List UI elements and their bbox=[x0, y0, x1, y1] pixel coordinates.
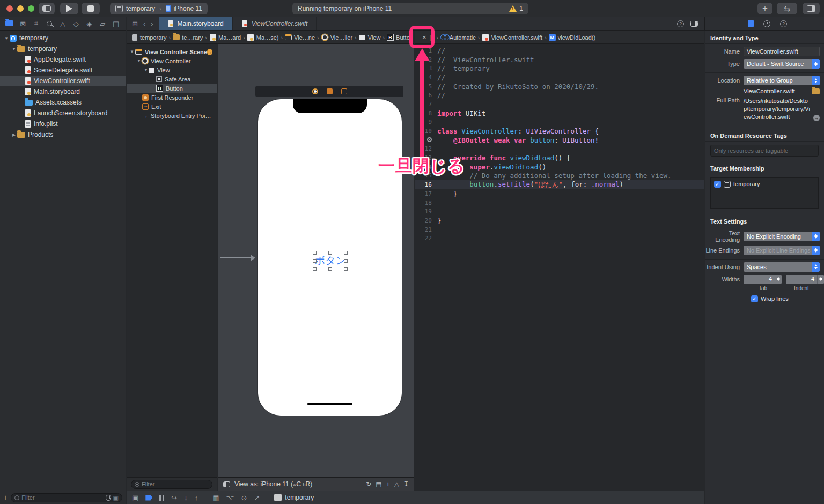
navigator-filter-field[interactable]: ▣ bbox=[11, 493, 122, 502]
storyboard-entry-point-arrow[interactable] bbox=[220, 257, 254, 258]
first-responder-icon[interactable] bbox=[327, 88, 333, 94]
code-line-21[interactable]: 21 bbox=[415, 225, 704, 234]
scheme-selector[interactable]: temporary › iPhone 11 bbox=[110, 3, 208, 14]
selection-handle[interactable] bbox=[313, 251, 317, 255]
location-dropdown[interactable]: Relative to Group bbox=[744, 76, 820, 85]
source-control-icon[interactable]: ⊠ bbox=[19, 20, 27, 28]
outline-item-storyboard-entry-poi-[interactable]: →Storyboard Entry Poi… bbox=[127, 111, 217, 120]
breadcrumb-viewdidload()[interactable]: MviewDidLoad() bbox=[549, 34, 595, 41]
code-line-11[interactable]: @IBOutlet weak var button: UIButton! bbox=[415, 136, 704, 145]
view-as-label[interactable]: View as: iPhone 11 ( bbox=[234, 480, 293, 488]
update-frames-icon[interactable]: ↻ bbox=[366, 480, 371, 488]
code-review-icon[interactable]: ? bbox=[677, 20, 684, 27]
help-inspector-icon[interactable]: ? bbox=[780, 20, 787, 27]
back-button[interactable]: ‹ bbox=[143, 20, 145, 28]
toggle-debug-area-icon[interactable]: ▣ bbox=[132, 494, 138, 502]
project-navigator-icon[interactable] bbox=[5, 20, 14, 28]
code-line-18[interactable]: 18 bbox=[415, 198, 704, 207]
outline-item-safe-area[interactable]: Safe Area bbox=[127, 75, 217, 84]
target-membership-row[interactable]: ✓ temporary bbox=[714, 181, 815, 188]
editor-options-icon[interactable] bbox=[690, 21, 698, 27]
exit-icon[interactable] bbox=[341, 88, 347, 94]
tab-main-storyboard[interactable]: Main.storyboard bbox=[159, 17, 233, 30]
navigator-item-launchscreen-storyboard[interactable]: LaunchScreen.storyboard bbox=[0, 108, 126, 118]
navigator-item-appdelegate-swift[interactable]: AppDelegate.swift bbox=[0, 54, 126, 65]
breadcrumb-viewcontroller-swift[interactable]: ViewController.swift bbox=[482, 34, 542, 41]
tab-width-field[interactable]: 4 bbox=[744, 275, 775, 284]
target-checkbox[interactable]: ✓ bbox=[714, 181, 721, 188]
breadcrumb-ma-ard[interactable]: Ma…ard bbox=[209, 34, 241, 41]
outlet-connection-icon[interactable] bbox=[427, 137, 432, 142]
code-line-20[interactable]: 20} bbox=[415, 216, 704, 225]
storyboard-canvas[interactable]: ボタン bbox=[218, 44, 414, 477]
code-line-1[interactable]: 1// bbox=[415, 46, 704, 55]
assistant-code-editor[interactable]: 1//2// ViewController.swift3// temporary… bbox=[415, 44, 704, 491]
run-button[interactable] bbox=[60, 3, 78, 14]
forward-button[interactable]: › bbox=[435, 34, 439, 41]
selection-handle[interactable] bbox=[344, 259, 348, 263]
navigator-item-viewcontroller-swift[interactable]: ViewController.swift bbox=[0, 76, 126, 86]
find-navigator-icon[interactable] bbox=[45, 20, 54, 28]
navigator-item-products[interactable]: ▶Products bbox=[0, 129, 126, 140]
disclosure-triangle[interactable]: ▼ bbox=[11, 47, 17, 51]
report-navigator-icon[interactable]: ▤ bbox=[112, 20, 120, 28]
recent-files-icon[interactable] bbox=[106, 495, 111, 501]
code-line-6[interactable]: 6// bbox=[415, 91, 704, 100]
code-line-8[interactable]: 8import UIKit bbox=[415, 109, 704, 118]
choose-location-folder-icon[interactable] bbox=[812, 88, 820, 94]
debug-navigator-icon[interactable]: ◈ bbox=[85, 20, 94, 28]
breadcrumb-automatic[interactable]: Automatic bbox=[440, 34, 476, 41]
embed-icon[interactable]: ↧ bbox=[403, 480, 409, 488]
outline-filter-field[interactable] bbox=[131, 480, 212, 489]
wrap-lines-row[interactable]: ✓ Wrap lines bbox=[751, 295, 789, 302]
view-controller-icon[interactable] bbox=[312, 88, 318, 94]
memory-graph-icon[interactable]: ⌥ bbox=[226, 494, 234, 502]
scm-filter-icon[interactable]: ▣ bbox=[113, 494, 119, 501]
code-line-5[interactable]: 5// Created by RikutoSato on 2020/10/29. bbox=[415, 82, 704, 91]
code-line-17[interactable]: 17 } bbox=[415, 189, 704, 198]
selection-handle[interactable] bbox=[328, 251, 332, 255]
outline-item-first-responder[interactable]: First Responder bbox=[127, 93, 217, 102]
toggle-left-sidebar-button[interactable] bbox=[39, 3, 55, 14]
breadcrumb-temporary[interactable]: temporary bbox=[131, 34, 167, 41]
navigator-item-temporary[interactable]: ▼temporary bbox=[0, 33, 126, 43]
code-line-16[interactable]: 16 button.setTitle("ぼたん", for: .normal) bbox=[415, 180, 704, 189]
simulate-location-icon[interactable]: ↗ bbox=[254, 494, 260, 502]
toggle-outline-icon[interactable] bbox=[223, 481, 230, 487]
history-inspector-icon[interactable] bbox=[763, 20, 770, 27]
add-file-button[interactable]: + bbox=[3, 493, 8, 502]
canvas-button[interactable]: ボタン bbox=[315, 253, 346, 268]
odr-tags-field[interactable]: Only resources are taggable bbox=[710, 145, 819, 157]
issue-navigator-icon[interactable]: △ bbox=[58, 20, 67, 28]
warning-count[interactable]: 1 bbox=[519, 5, 523, 12]
indent-width-stepper[interactable] bbox=[817, 275, 824, 284]
type-dropdown[interactable]: Default - Swift Source bbox=[744, 59, 820, 69]
outline-item-button[interactable]: BButton bbox=[127, 84, 217, 93]
close-window-button[interactable] bbox=[6, 5, 13, 12]
disclosure-triangle[interactable]: ▼ bbox=[3, 36, 10, 41]
zoom-window-button[interactable] bbox=[28, 5, 34, 12]
toggle-right-sidebar-button[interactable] bbox=[803, 3, 820, 14]
resolve-autolayout-icon[interactable]: △ bbox=[394, 480, 399, 488]
outline-item-view-controller[interactable]: ▼View Controller bbox=[127, 56, 217, 65]
tab-width-stepper[interactable] bbox=[775, 275, 782, 284]
wrap-lines-checkbox[interactable]: ✓ bbox=[751, 295, 758, 302]
outline-item-view[interactable]: ▼View bbox=[127, 65, 217, 75]
process-selector[interactable]: temporary bbox=[274, 494, 314, 501]
breadcrumb-te-rary[interactable]: te…rary bbox=[173, 34, 203, 41]
disclosure-triangle[interactable]: ▼ bbox=[129, 49, 135, 54]
breakpoints-toggle-icon[interactable] bbox=[145, 495, 152, 501]
add-library-button[interactable]: + bbox=[757, 3, 772, 14]
selection-handle[interactable] bbox=[344, 251, 348, 255]
outline-item-exit[interactable]: Exit bbox=[127, 102, 217, 111]
warning-icon[interactable] bbox=[509, 5, 517, 12]
step-into-icon[interactable]: ↓ bbox=[184, 494, 188, 502]
breadcrumb-vie-ne[interactable]: Vie…ne bbox=[285, 34, 315, 41]
view-hierarchy-icon[interactable]: ▦ bbox=[212, 494, 219, 502]
breadcrumb-ma-se-[interactable]: Ma…se) bbox=[247, 34, 279, 41]
symbol-navigator-icon[interactable]: ⌗ bbox=[32, 19, 41, 28]
goto-scene-arrow-icon[interactable]: → bbox=[207, 49, 212, 55]
code-line-4[interactable]: 4// bbox=[415, 73, 704, 82]
stop-button[interactable] bbox=[82, 3, 100, 14]
line-endings-dropdown[interactable]: No Explicit Line Endings bbox=[744, 246, 820, 255]
